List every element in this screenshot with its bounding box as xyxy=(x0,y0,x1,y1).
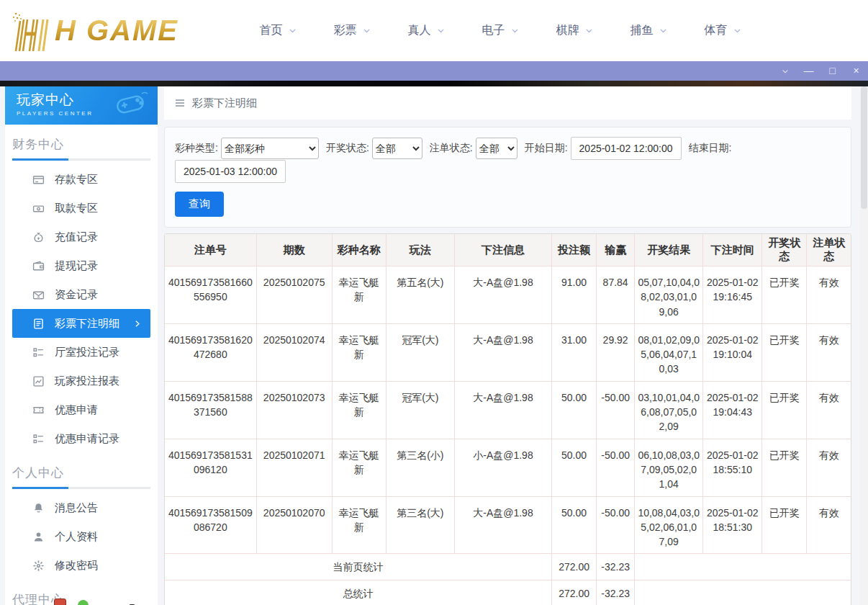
sidebar-item-deposit-card[interactable]: 存款专区 xyxy=(12,165,150,194)
end-date-input[interactable] xyxy=(175,160,286,183)
table-cell: 20250102073 xyxy=(256,381,332,439)
hall-bet-record-icon xyxy=(32,346,45,359)
summary-bet-total: 272.00 xyxy=(552,581,597,605)
nav-item-4[interactable]: 棋牌 xyxy=(538,23,612,38)
table-cell: 401569173581660556950 xyxy=(165,266,256,324)
banner-strip xyxy=(0,81,868,86)
sidebar-item-promo-record[interactable]: 优惠申请记录 xyxy=(12,424,150,453)
chevron-down-icon xyxy=(781,67,790,76)
table-cell: 20250102075 xyxy=(256,266,332,324)
nav-item-label: 首页 xyxy=(260,23,283,38)
table-cell: 大-A盘@1.98 xyxy=(454,266,551,324)
gamepad-icon xyxy=(110,91,150,118)
sidebar-item-promo-apply[interactable]: 优惠申请 xyxy=(12,395,150,424)
table-cell: 幸运飞艇新 xyxy=(332,439,386,496)
window-maximize-button[interactable]: □ xyxy=(820,61,844,81)
order-status-select[interactable]: 全部 xyxy=(476,138,517,159)
sidebar-item-withdraw[interactable]: 取款专区 xyxy=(12,194,150,223)
column-header: 玩法 xyxy=(386,234,454,266)
sidebar-item-funds-record[interactable]: 资金记录 xyxy=(12,280,150,309)
main-nav: 首页彩票真人电子棋牌捕鱼体育 xyxy=(241,23,760,38)
chevron-down-icon xyxy=(362,26,371,35)
nav-item-label: 电子 xyxy=(482,23,505,38)
sidebar-item-label: 存款专区 xyxy=(55,173,98,187)
chevron-down-icon xyxy=(733,26,742,35)
scrollbar-track[interactable] xyxy=(860,86,868,605)
sidebar-item-label: 修改密码 xyxy=(55,559,98,573)
column-header: 彩种名称 xyxy=(332,234,386,266)
window-chevron-button[interactable] xyxy=(773,61,797,81)
player-bet-report-icon xyxy=(32,375,45,387)
nav-item-label: 彩票 xyxy=(334,23,357,38)
nav-item-0[interactable]: 首页 xyxy=(241,23,315,38)
window-minimize-button[interactable]: — xyxy=(797,61,820,81)
deposit-card-icon xyxy=(32,174,45,186)
sidebar-item-withdrawal-record[interactable]: 提现记录 xyxy=(12,251,150,280)
table-cell: 2025-01-02 18:51:30 xyxy=(703,496,762,554)
nav-item-label: 捕鱼 xyxy=(630,23,654,38)
table-cell: 冠军(大) xyxy=(386,381,454,439)
column-header: 输赢 xyxy=(597,234,635,266)
sidebar-item-password-gear[interactable]: 修改密码 xyxy=(12,551,150,580)
funds-record-icon xyxy=(32,289,45,301)
sidebar-section-title: 个人中心 xyxy=(12,465,158,481)
draw-status-select[interactable]: 全部 xyxy=(372,138,422,159)
logo: H GAME xyxy=(10,11,208,51)
sidebar-item-recharge-record[interactable]: 充值记录 xyxy=(12,223,150,251)
sidebar-item-hall-bet-record[interactable]: 厅室投注记录 xyxy=(12,338,150,367)
table-cell: 401569173581509086720 xyxy=(165,496,256,554)
sidebar-item-label: 玩家投注报表 xyxy=(55,375,119,388)
query-button[interactable]: 查询 xyxy=(175,192,224,217)
section-divider xyxy=(12,158,150,161)
nav-item-label: 真人 xyxy=(408,23,431,38)
recharge-record-icon xyxy=(32,231,45,243)
column-header: 下注时间 xyxy=(703,234,762,266)
scrollbar-thumb[interactable] xyxy=(861,86,867,209)
sidebar-item-notice-bell[interactable]: 消息公告 xyxy=(12,493,150,522)
summary-label: 总统计 xyxy=(165,581,552,605)
table-cell: 401569173581531096120 xyxy=(165,439,256,496)
logo-text: H GAME xyxy=(55,14,178,47)
table-cell: 大-A盘@1.98 xyxy=(454,381,551,439)
breadcrumb: 彩票下注明细 xyxy=(164,86,851,120)
table-cell: 29.92 xyxy=(597,323,635,381)
sidebar-item-label: 消息公告 xyxy=(55,501,98,515)
table-cell: 有效 xyxy=(807,381,851,439)
chevron-down-icon xyxy=(584,26,594,35)
table-row: 40156917358153109612020250102071幸运飞艇新第三名… xyxy=(165,439,851,496)
promo-apply-icon xyxy=(32,404,45,416)
nav-item-3[interactable]: 电子 xyxy=(464,23,538,38)
table-cell: 大-A盘@1.98 xyxy=(454,323,551,381)
table-cell: 50.00 xyxy=(552,381,597,439)
page-title: 彩票下注明细 xyxy=(192,97,257,110)
sidebar-item-profile[interactable]: 个人资料 xyxy=(12,522,150,551)
nav-item-5[interactable]: 捕鱼 xyxy=(612,23,686,38)
withdrawal-record-icon xyxy=(32,260,45,272)
bet-table: 注单号期数彩种名称玩法下注信息投注额输赢开奖结果下注时间开奖状态注单状态 401… xyxy=(165,234,851,605)
summary-empty xyxy=(635,581,851,605)
table-cell: 大-A盘@1.98 xyxy=(454,496,551,554)
column-header: 开奖状态 xyxy=(762,234,807,266)
nav-item-6[interactable]: 体育 xyxy=(686,23,760,38)
table-row: 40156917358162047268020250102074幸运飞艇新冠军(… xyxy=(165,323,851,381)
nav-item-2[interactable]: 真人 xyxy=(389,23,464,38)
sidebar-item-label: 提现记录 xyxy=(55,259,98,273)
chevron-down-icon xyxy=(659,26,668,35)
table-cell: 有效 xyxy=(807,266,851,324)
menu-icon[interactable] xyxy=(174,97,186,109)
column-header: 注单号 xyxy=(165,234,256,266)
table-cell: 401569173581588371560 xyxy=(165,381,256,439)
column-header: 投注额 xyxy=(552,234,597,266)
nav-item-1[interactable]: 彩票 xyxy=(315,23,389,38)
start-date-input[interactable] xyxy=(571,137,682,160)
lottery-type-select[interactable]: 全部彩种 xyxy=(221,138,319,159)
withdraw-icon xyxy=(32,202,45,215)
bet-table-panel: 注单号期数彩种名称玩法下注信息投注额输赢开奖结果下注时间开奖状态注单状态 401… xyxy=(164,233,851,605)
sidebar-item-lottery-bet-detail[interactable]: 彩票下注明细 xyxy=(12,309,150,338)
window-close-button[interactable]: × xyxy=(844,61,868,81)
draw-status-label: 开奖状态: xyxy=(326,142,369,155)
sidebar-item-player-bet-report[interactable]: 玩家投注报表 xyxy=(12,367,150,395)
table-cell: 06,10,08,03,07,09,05,02,01,04 xyxy=(635,439,703,496)
table-cell: 05,07,10,04,08,02,03,01,09,06 xyxy=(635,266,703,324)
table-cell: 2025-01-02 19:10:04 xyxy=(703,323,762,381)
